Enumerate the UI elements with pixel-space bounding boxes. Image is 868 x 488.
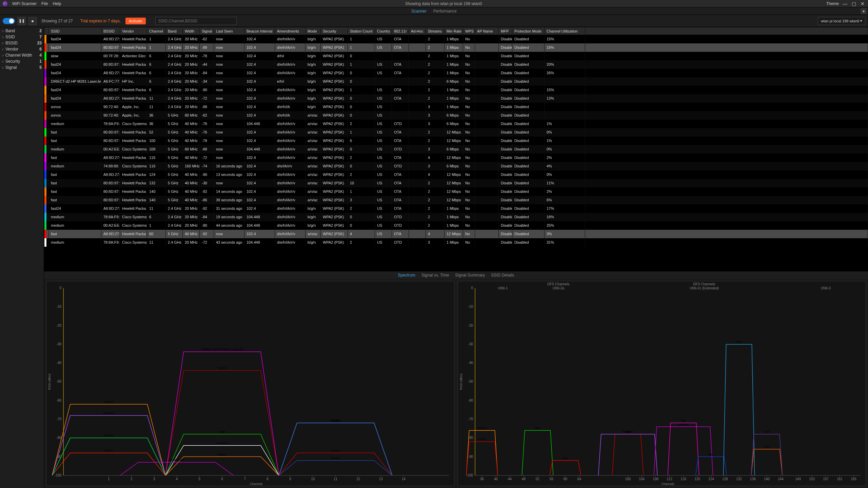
table-row[interactable]: fast2480:8D:87:Hewlett Packa12.4 GHz20 M… bbox=[44, 43, 868, 52]
tab-performance[interactable]: Performance bbox=[433, 9, 457, 14]
theme-menu[interactable]: Theme bbox=[826, 1, 839, 6]
cell: US bbox=[375, 230, 392, 238]
cell: d/e/h/i/k/r/v bbox=[275, 196, 305, 204]
col-header[interactable]: AP Name bbox=[475, 27, 499, 35]
table-row[interactable]: fast2480:8D:87:Hewlett Packa62.4 GHz20 M… bbox=[44, 86, 868, 94]
filter-band[interactable]: ▷Band2 bbox=[0, 28, 44, 34]
table-row[interactable]: fast80:8D:87:Hewlett Packa525 GHz40 MHz-… bbox=[44, 128, 868, 137]
col-header[interactable]: SSID bbox=[49, 27, 101, 35]
stop-button[interactable]: ■ bbox=[28, 17, 37, 25]
network-table[interactable]: SSIDBSSIDVendorChannelBandWidthSignalLas… bbox=[44, 27, 868, 271]
table-row[interactable]: fast24A8:8D:27:Hewlett Packa112.4 GHz20 … bbox=[44, 94, 868, 103]
table-row[interactable]: sonos90:72:40:Apple, Inc.112.4 GHz20 MHz… bbox=[44, 103, 868, 111]
filter-ssid[interactable]: ▷SSID7 bbox=[0, 34, 44, 40]
col-header[interactable]: Protection Mode bbox=[512, 27, 545, 35]
col-header[interactable]: Vendor bbox=[120, 27, 147, 35]
search-input[interactable] bbox=[155, 17, 237, 25]
svg-text:5: 5 bbox=[199, 477, 201, 481]
filter-vendor[interactable]: ▷Vendor6 bbox=[0, 46, 44, 52]
table-row[interactable]: medium74:88:88:Cisco Systems,1165 GHz160… bbox=[44, 162, 868, 170]
add-tab-button[interactable]: + bbox=[861, 8, 867, 14]
menu-help[interactable]: Help bbox=[53, 1, 61, 6]
col-header[interactable]: WPS bbox=[463, 27, 475, 35]
col-header[interactable]: Security bbox=[321, 27, 348, 35]
svg-text:1: 1 bbox=[108, 477, 110, 481]
cell: 19 seconds ago bbox=[214, 213, 244, 221]
pause-button[interactable]: ❚❚ bbox=[18, 17, 26, 25]
cell: 104.448 bbox=[244, 120, 275, 128]
cell: Disabled bbox=[512, 187, 545, 196]
cell: 3% bbox=[545, 230, 585, 238]
scan-toggle[interactable] bbox=[3, 18, 15, 24]
table-row[interactable]: medium78:8A:F9:Cisco Systems,62.4 GHz20 … bbox=[44, 213, 868, 221]
col-header[interactable]: BSSID bbox=[101, 27, 120, 35]
col-header[interactable]: Ad-Hoc bbox=[409, 27, 426, 35]
table-row[interactable]: fast80:8D:87:Hewlett Packa1325 GHz40 MHz… bbox=[44, 179, 868, 187]
col-header[interactable]: Last Seen bbox=[214, 27, 244, 35]
cell: 0 bbox=[348, 162, 375, 170]
table-row[interactable]: fast24A8:8D:27:Hewlett Packa12.4 GHz20 M… bbox=[44, 35, 868, 43]
table-row[interactable]: medium00:A2:EE:Cisco Systems,1085 GHz80 … bbox=[44, 145, 868, 154]
table-row[interactable]: DIRECT-d2-HP M281 LaserJetA6:FC:77:HP In… bbox=[44, 77, 868, 86]
svg-text:132: 132 bbox=[736, 477, 742, 481]
col-header[interactable]: Min Rate bbox=[445, 27, 463, 35]
cell: Apple, Inc. bbox=[120, 103, 147, 111]
col-header[interactable]: 802.11r bbox=[392, 27, 409, 35]
cell bbox=[475, 187, 499, 196]
bottom-tab-spectrum[interactable]: Spectrum bbox=[398, 273, 415, 278]
col-header[interactable]: MFP bbox=[499, 27, 512, 35]
table-row[interactable]: medium78:8A:F9:Cisco Systems,112.4 GHz20… bbox=[44, 238, 868, 247]
table-row[interactable]: fast2480:8D:87:Hewlett Packa62.4 GHz20 M… bbox=[44, 60, 868, 69]
col-header[interactable]: Signal bbox=[200, 27, 214, 35]
cell: US bbox=[375, 196, 392, 204]
minimize-icon[interactable]: — bbox=[842, 1, 848, 6]
table-row[interactable]: fast80:8D:87:Hewlett Packa1405 GHz40 MHz… bbox=[44, 196, 868, 204]
close-icon[interactable]: ✕ bbox=[860, 1, 865, 6]
table-row[interactable]: sonos90:72:40:Apple, Inc.365 GHz80 MHz-8… bbox=[44, 111, 868, 120]
table-row[interactable]: fast80:8D:87:Hewlett Packa1005 GHz40 MHz… bbox=[44, 137, 868, 145]
col-header[interactable]: Country bbox=[375, 27, 392, 35]
filter-security[interactable]: ▷Security1 bbox=[0, 58, 44, 64]
col-header[interactable]: Channel bbox=[147, 27, 166, 35]
menu-file[interactable]: File bbox=[41, 1, 48, 6]
table-row[interactable]: fast80:8D:87:Hewlett Packa1405 GHz40 MHz… bbox=[44, 187, 868, 196]
table-row[interactable]: slow00:7F:28:Actiontec Elec62.4 GHz20 MH… bbox=[44, 52, 868, 60]
cell: WPA2 (PSK) bbox=[321, 128, 348, 137]
cell: 1 Mbps bbox=[445, 86, 463, 94]
cell: US bbox=[375, 94, 392, 103]
col-header[interactable]: Amendments bbox=[275, 27, 305, 35]
col-header[interactable]: Mode bbox=[305, 27, 321, 35]
filter-bssid[interactable]: ▷BSSID23 bbox=[0, 40, 44, 46]
cell: No bbox=[463, 60, 475, 69]
col-header[interactable]: Channel Utilization bbox=[545, 27, 585, 35]
filter-channel-width[interactable]: ▷Channel Width4 bbox=[0, 52, 44, 58]
interface-select[interactable]: wlan pi local 198 wlan0 ▾ bbox=[818, 17, 865, 25]
table-row[interactable]: fastA8:8D:27:Hewlett Packa1165 GHz40 MHz… bbox=[44, 154, 868, 162]
cell: 2.4 GHz bbox=[166, 94, 183, 103]
bottom-tab-signal-summary[interactable]: Signal Summary bbox=[455, 273, 485, 278]
filter-count: 5 bbox=[39, 65, 42, 70]
col-header[interactable]: Band bbox=[166, 27, 183, 35]
filter-signal[interactable]: ▷Signal5 bbox=[0, 64, 44, 70]
table-row[interactable]: medium00:A2:EE:Cisco Systems,12.4 GHz20 … bbox=[44, 221, 868, 230]
cell: 6 bbox=[147, 77, 166, 86]
bottom-tab-signal-vs-time[interactable]: Signal vs. Time bbox=[421, 273, 449, 278]
table-row[interactable]: medium78:8A:F9:Cisco Systems,365 GHz40 M… bbox=[44, 120, 868, 128]
cell bbox=[409, 43, 426, 52]
cell: 18% bbox=[545, 43, 585, 52]
table-row[interactable]: fastA8:8D:27:Hewlett Packa605 GHz40 MHz-… bbox=[44, 230, 868, 238]
cell: 43 seconds ago bbox=[214, 238, 244, 247]
bottom-tab-ssid-details[interactable]: SSID Details bbox=[491, 273, 514, 278]
col-header[interactable]: Beacon Interval bbox=[244, 27, 275, 35]
cell: WPA2 (PSK) bbox=[321, 120, 348, 128]
maximize-icon[interactable]: ▢ bbox=[851, 1, 856, 6]
col-header[interactable]: Streams bbox=[426, 27, 445, 35]
tab-scanner[interactable]: Scanner bbox=[411, 9, 427, 14]
col-header[interactable]: Width bbox=[183, 27, 200, 35]
svg-text:52: 52 bbox=[536, 477, 540, 481]
table-row[interactable]: fast24A8:8D:27:Hewlett Packa62.4 GHz20 M… bbox=[44, 69, 868, 77]
table-row[interactable]: fastA8:8D:27:Hewlett Packa1245 GHz40 MHz… bbox=[44, 170, 868, 179]
activate-button[interactable]: Activate bbox=[125, 18, 145, 24]
col-header[interactable]: Station Count bbox=[348, 27, 375, 35]
table-row[interactable]: fast24A8:8D:27:Hewlett Packa112.4 GHz20 … bbox=[44, 204, 868, 213]
